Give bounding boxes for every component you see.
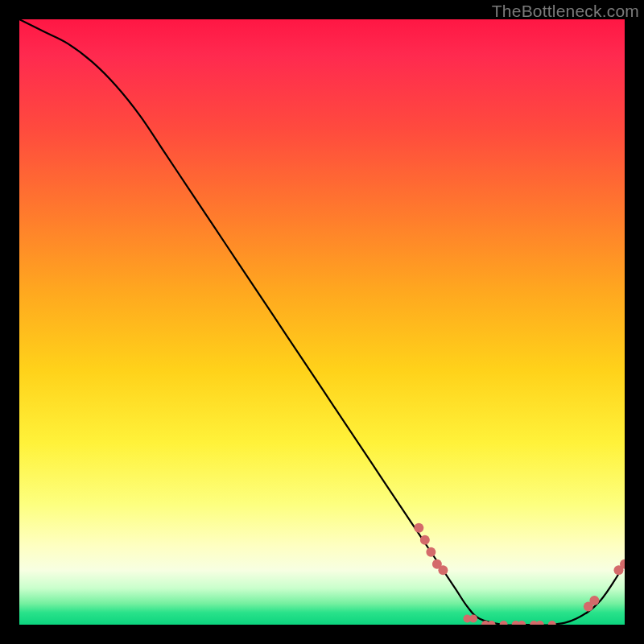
watermark-text: TheBottleneck.com: [492, 2, 639, 21]
data-marker: [438, 565, 448, 575]
data-marker: [536, 621, 544, 625]
data-marker: [548, 621, 556, 625]
bottleneck-curve: [19, 19, 625, 625]
data-marker: [420, 535, 430, 545]
data-marker: [426, 547, 436, 557]
data-marker: [469, 614, 477, 622]
data-marker: [414, 523, 423, 533]
plot-area: [19, 19, 625, 625]
data-markers: [414, 523, 625, 625]
chart-stage: TheBottleneck.com: [0, 0, 644, 644]
data-marker: [500, 621, 508, 625]
chart-svg: [19, 19, 625, 625]
data-marker: [589, 596, 599, 605]
data-marker: [518, 621, 526, 625]
